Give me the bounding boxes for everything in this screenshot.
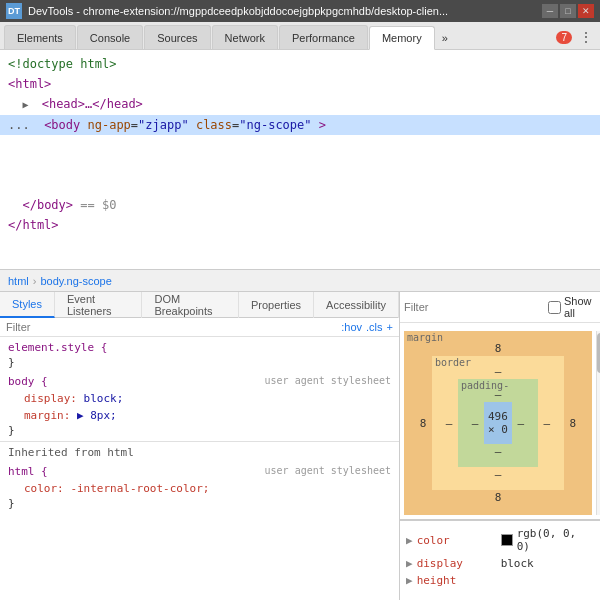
box-content: 496 × 0 [484, 402, 512, 444]
box-padding-inner: padding- – – [458, 379, 538, 467]
devtools-body: <!doctype html> <html> ▶ <head>…</head> … [0, 50, 600, 600]
dom-line: </html> [0, 215, 600, 235]
border-left: – [440, 417, 458, 430]
computed-val-color: rgb(0, 0, 0) [517, 527, 594, 553]
filter-actions: :hov .cls + [341, 321, 393, 333]
style-rule-body: body { user agent stylesheet display: bl… [0, 373, 399, 441]
box-border-inner: border – – padding- – [432, 356, 564, 490]
title-bar: DT DevTools - chrome-extension://mgppdce… [0, 0, 600, 22]
tab-elements[interactable]: Elements [4, 25, 76, 49]
dom-line-selected[interactable]: ... <body ng-app="zjapp" class="ng-scope… [0, 115, 600, 135]
expand-height-icon[interactable]: ▶ [406, 574, 413, 587]
computed-row-display: ▶ display block [406, 555, 594, 572]
margin-label: margin [407, 332, 443, 343]
dom-line: <html> [0, 74, 600, 94]
computed-row-color: ▶ color rgb(0, 0, 0) [406, 525, 594, 555]
style-selector: html { user agent stylesheet [8, 465, 391, 478]
tab-memory[interactable]: Memory [369, 26, 435, 50]
margin-top: 8 [414, 342, 582, 355]
computed-row-height: ▶ height [406, 572, 594, 589]
expand-color-icon[interactable]: ▶ [406, 534, 413, 547]
tab-sources[interactable]: Sources [144, 25, 210, 49]
box-padding: padding- – – [458, 379, 538, 467]
border-sides: – padding- – – [440, 379, 556, 467]
margin-bottom: 8 [414, 491, 582, 504]
box-margin: margin 8 8 border – – [404, 331, 592, 515]
breadcrumb-body[interactable]: body.ng-scope [40, 275, 111, 287]
breadcrumb: html › body.ng-scope [0, 270, 600, 292]
tab-styles[interactable]: Styles [0, 292, 55, 318]
dom-line: <!doctype html> [0, 54, 600, 74]
tab-bar: Elements Console Sources Network Perform… [0, 22, 600, 50]
margin-right: 8 [564, 417, 582, 430]
window-title: DevTools - chrome-extension://mgppdceedp… [28, 5, 536, 17]
add-style-button[interactable]: + [387, 321, 393, 333]
padding-bottom: – [466, 445, 530, 458]
minimize-button[interactable]: ─ [542, 4, 558, 18]
border-right: – [538, 417, 556, 430]
styles-tabs: Styles Event Listeners DOM Breakpoints P… [0, 292, 399, 318]
computed-prop-color: color [417, 534, 497, 547]
computed-prop-height: height [417, 574, 457, 587]
dom-line: </body> == $0 [0, 195, 600, 215]
box-model-area: margin 8 8 border – – [400, 327, 600, 519]
padding-label: padding- [461, 380, 509, 391]
cls-button[interactable]: .cls [366, 321, 383, 333]
box-diagram: margin 8 8 border – – [404, 331, 592, 515]
dom-line: ▶ <head>…</head> [0, 94, 600, 115]
right-scrollbar[interactable] [596, 331, 600, 515]
margin-sides: 8 border – – [414, 356, 582, 490]
box-model-filter-input[interactable] [404, 301, 542, 313]
styles-filter-bar: :hov .cls + [0, 318, 399, 337]
style-selector: element.style { [8, 341, 391, 354]
expand-display-icon[interactable]: ▶ [406, 557, 413, 570]
computed-prop-display: display [417, 557, 497, 570]
maximize-button[interactable]: □ [560, 4, 576, 18]
box-content-inner: 496 × 0 [484, 402, 512, 444]
close-button[interactable]: ✕ [578, 4, 594, 18]
window-controls: ─ □ ✕ [542, 4, 594, 18]
bottom-panel: Styles Event Listeners DOM Breakpoints P… [0, 292, 600, 600]
padding-left: – [466, 417, 484, 430]
style-prop: margin: ▶ 8px; [8, 407, 391, 424]
computed-val-display: block [501, 557, 534, 570]
margin-left: 8 [414, 417, 432, 430]
tab-performance[interactable]: Performance [279, 25, 368, 49]
border-label: border [435, 357, 471, 368]
breadcrumb-html[interactable]: html [8, 275, 29, 287]
show-all-checkbox[interactable] [548, 301, 561, 314]
style-prop: display: block; [8, 390, 391, 407]
style-prop: color: -internal-root-color; [8, 480, 391, 497]
right-panel: Show all margin 8 8 bo [400, 292, 600, 600]
style-rule-element: element.style { } [0, 339, 399, 373]
tab-properties[interactable]: Properties [239, 292, 314, 318]
settings-icon[interactable]: ⋮ [576, 29, 596, 45]
more-tabs-button[interactable]: » [436, 27, 454, 49]
devtools-icon: DT [6, 3, 22, 19]
color-swatch[interactable] [501, 534, 513, 546]
tab-bar-right: 7 ⋮ [556, 29, 596, 49]
dom-empty-space [0, 135, 600, 195]
styles-filter-input[interactable] [6, 321, 337, 333]
style-selector: body { user agent stylesheet [8, 375, 391, 388]
tab-console[interactable]: Console [77, 25, 143, 49]
computed-panel: ▶ color rgb(0, 0, 0) ▶ display block ▶ h… [400, 520, 600, 593]
padding-sides: – 496 × 0 [466, 402, 530, 444]
hov-button[interactable]: :hov [341, 321, 362, 333]
dom-panel: <!doctype html> <html> ▶ <head>…</head> … [0, 50, 600, 270]
border-bottom: – [440, 468, 556, 481]
box-model-filter: Show all [400, 292, 600, 323]
styles-panel: Styles Event Listeners DOM Breakpoints P… [0, 292, 400, 600]
box-border: border – – padding- – [432, 356, 564, 490]
tab-dom-breakpoints[interactable]: DOM Breakpoints [142, 292, 239, 318]
tab-event-listeners[interactable]: Event Listeners [55, 292, 142, 318]
tab-accessibility[interactable]: Accessibility [314, 292, 399, 318]
inherited-label: Inherited from html [0, 441, 399, 463]
styles-content: element.style { } body { user agent styl… [0, 337, 399, 600]
tab-network[interactable]: Network [212, 25, 278, 49]
show-all: Show all [548, 295, 596, 319]
padding-right: – [512, 417, 530, 430]
style-rule-html: html { user agent stylesheet color: -int… [0, 463, 399, 514]
error-badge: 7 [556, 31, 572, 44]
